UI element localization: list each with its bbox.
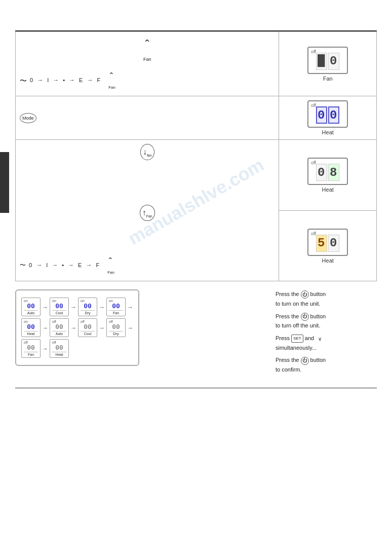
power-icon1: ⏻ — [301, 290, 309, 299]
s-arrow6: → — [70, 324, 76, 331]
mode-fan2: off 00 Fan — [21, 339, 41, 358]
lcd-fan-label: Fan — [323, 76, 333, 82]
lcd-heat2-display: off 0 8 Heat — [283, 158, 372, 193]
instruction-line1: Press the ⏻ button to turn on the unit. — [276, 289, 377, 308]
instruction-line2: Press the ⏻ button to turn off the unit. — [276, 312, 377, 330]
seq2-wave: 〜 — [20, 261, 26, 270]
s-arrow5: → — [42, 324, 48, 331]
lcd-heat1-display: off 0 0 Heat — [283, 100, 372, 135]
lcd-digit2-heat2: 8 — [328, 164, 339, 181]
seq-icon-wave: 〜 — [20, 75, 27, 86]
arrow6: → — [52, 261, 58, 270]
s-arrow7: → — [99, 324, 105, 331]
fan-sequence2: 〜 0 → I → • → E → F ⌃Fan — [20, 254, 275, 277]
lcd-digit1-heat1: 0 — [316, 106, 327, 124]
seq-label-e: E — [79, 76, 83, 85]
instruction-line4: Press the ⏻ button to confirm. — [276, 355, 377, 374]
instruction-table: ⌃Fan 〜 0 → I → • → E → F ⌃Fan — [15, 31, 377, 281]
mode-fan1: on 00 Fan — [106, 298, 126, 316]
power-icon3: ⏻ — [301, 357, 309, 365]
lcd-heat3-display: off 5 0 Heat — [283, 229, 372, 264]
s-arrow1: → — [42, 304, 48, 311]
cycle-row3: off 00 Fan → off 00 Heat — [21, 339, 133, 358]
lcd-digit2-heat1: 0 — [328, 106, 339, 124]
lcd-fan-display: off █ 0 Fan — [283, 47, 372, 82]
s-arrow2: → — [70, 304, 76, 311]
right-instructions: Press the ⏻ button to turn on the unit. … — [276, 289, 377, 378]
fan-down-icon-inline: ∨ — [316, 335, 324, 343]
fan-icon-top: ⌃Fan — [143, 38, 151, 63]
seq-label-dot: • — [63, 76, 65, 85]
set-btn-inline[interactable]: SET — [291, 335, 303, 343]
mode-dry1: on 00 Dry — [78, 298, 97, 316]
seq2-i: I — [46, 261, 48, 270]
lcd-off-label4: off — [311, 231, 316, 236]
table-row: ↓fan ↑Fan 〜 0 → I → • — [16, 140, 377, 210]
mode-auto: on 00 Auto — [21, 298, 41, 316]
mode-cool2: off 00 Cool — [78, 318, 97, 337]
table-row: ⌃Fan 〜 0 → I → • → E → F ⌃Fan — [16, 32, 377, 96]
seq2-0: 0 — [29, 261, 32, 270]
power-icon2: ⏻ — [301, 313, 309, 321]
lcd-off-label2: off — [311, 103, 316, 108]
lcd-off-label3: off — [311, 160, 316, 165]
mode-heat2: off 00 Heat — [50, 339, 69, 358]
lcd-heat1-label: Heat — [322, 129, 334, 135]
arrow2: → — [53, 76, 59, 85]
mode-cycle-diagram: on 00 Auto → on 00 Cool → on 00 Dry — [15, 289, 265, 378]
arrow1: → — [37, 76, 43, 85]
seq-label-f: F — [97, 76, 100, 85]
arrow8: → — [86, 261, 92, 270]
seq-label-i: I — [47, 76, 49, 85]
fan-sequence: 〜 0 → I → • → E → F ⌃Fan — [20, 69, 275, 92]
s-arrow3: → — [99, 304, 105, 311]
arrow4: → — [87, 76, 93, 85]
cycle-row2: on 00 Heat → off 00 Auto → off 00 Cool — [21, 318, 133, 337]
seq2-f: F — [96, 261, 99, 270]
lcd-heat3-label: Heat — [322, 257, 334, 264]
instruction-line3: Press SET and ∨ simultaneously... — [276, 334, 377, 352]
mode-dry2: off 00 Dry — [106, 318, 126, 337]
arrow7: → — [68, 261, 74, 270]
lcd-digit1-heat3: 5 — [316, 235, 327, 252]
lcd-digit1-heat2: 0 — [316, 164, 327, 181]
seq-label-0: 0 — [30, 76, 33, 85]
seq2-dot: • — [62, 261, 64, 270]
arrow3: → — [69, 76, 75, 85]
lcd-digit2: 0 — [328, 53, 339, 70]
seq2-e: E — [78, 261, 82, 270]
lcd-digit2-heat3: 0 — [328, 235, 339, 252]
cycle-row1: on 00 Auto → on 00 Cool → on 00 Dry — [21, 298, 133, 316]
s-arrow4: → — [127, 304, 133, 311]
row3-text: ↓fan ↑Fan 〜 0 → I → • — [20, 144, 275, 277]
fan-icon-seq: ⌃Fan — [108, 69, 115, 92]
row2-text: Mode — [20, 113, 275, 123]
bottom-section: on 00 Auto → on 00 Cool → on 00 Dry — [15, 289, 377, 378]
s-arrow9: → — [42, 345, 48, 352]
arrow5: → — [36, 261, 42, 270]
s-arrow8: → — [127, 324, 133, 331]
mode-cool1: on 00 Cool — [50, 298, 69, 316]
bottom-divider — [15, 388, 377, 388]
table-row: Mode off 0 0 Heat — [16, 96, 377, 140]
lcd-off-label: off — [311, 49, 316, 54]
mode-heat1: on 00 Heat — [21, 318, 41, 337]
row1-text: ⌃Fan 〜 0 → I → • → E → F ⌃Fan — [20, 36, 275, 92]
fan-up-icon: ↑Fan — [140, 205, 155, 221]
lcd-digit1: █ — [316, 53, 327, 70]
fan-down-icon: ↓fan — [140, 144, 154, 160]
mode-auto2: off 00 Auto — [50, 318, 69, 337]
fan-icon-seq2: ⌃Fan — [107, 254, 114, 277]
lcd-heat2-label: Heat — [322, 187, 334, 193]
mode-icon: Mode — [20, 113, 36, 123]
